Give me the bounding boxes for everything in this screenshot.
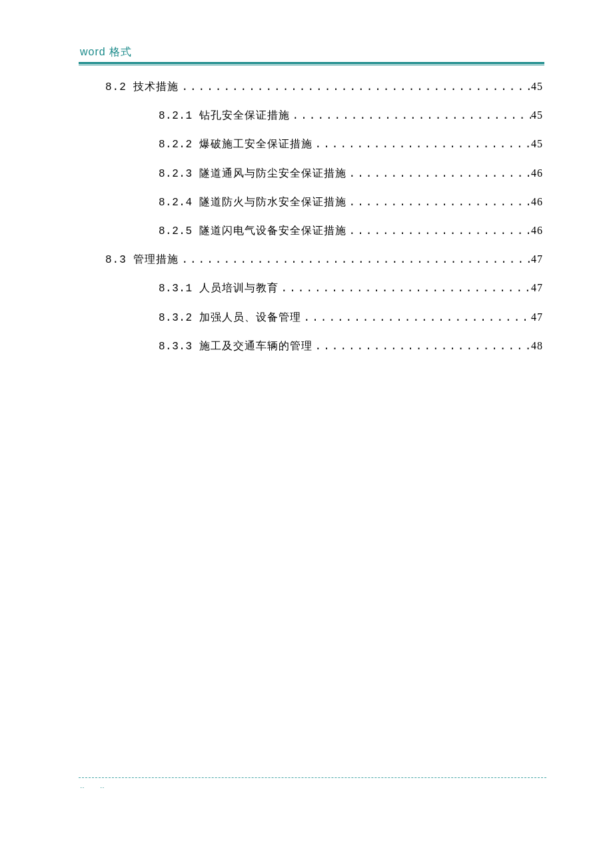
toc-number: 8.2 [105, 81, 133, 94]
toc-number: 8.3.2 [159, 312, 199, 325]
table-of-contents: 8.2 技术措施 ...............................… [80, 80, 543, 353]
toc-title: 钻孔安全保证措施 [199, 109, 290, 121]
toc-number: 8.2.1 [159, 110, 199, 123]
toc-number: 8.3 [105, 254, 133, 267]
document-page: word 格式 8.2 技术措施 .......................… [0, 0, 613, 353]
toc-leader-dots: ........................................… [346, 197, 531, 209]
toc-entry: 8.2.3 隧道通风与防尘安全保证措施 ....................… [80, 167, 543, 181]
toc-number: 8.3.1 [159, 283, 199, 295]
toc-title: 隧道通风与防尘安全保证措施 [199, 167, 346, 179]
toc-page-number: 45 [531, 137, 543, 150]
toc-number: 8.3.3 [159, 341, 199, 353]
toc-entry: 8.2.1 钻孔安全保证措施 .........................… [80, 109, 543, 123]
toc-leader-dots: ........................................… [279, 283, 531, 295]
toc-number: 8.2.2 [159, 139, 199, 151]
toc-number: 8.2.3 [159, 168, 199, 181]
toc-page-number: 46 [531, 224, 543, 237]
toc-title: 技术措施 [133, 80, 179, 93]
header-label: word 格式 [80, 45, 543, 59]
toc-entry: 8.2.4 隧道防火与防水安全保证措施 ....................… [80, 195, 543, 209]
toc-title: 加强人员、设备管理 [199, 311, 301, 323]
toc-entry: 8.2.5 隧道闪电气设备安全保证措施 ....................… [80, 224, 543, 238]
toc-page-number: 45 [531, 109, 543, 121]
toc-page-number: 46 [531, 195, 543, 208]
footer-rule [79, 777, 546, 778]
toc-page-number: 47 [531, 311, 543, 323]
toc-page-number: 47 [531, 281, 543, 294]
toc-page-number: 47 [531, 253, 543, 265]
toc-title: 人员培训与教育 [199, 281, 279, 294]
toc-leader-dots: ........................................… [312, 139, 531, 151]
toc-number: 8.2.4 [159, 197, 199, 209]
toc-leader-dots: ........................................… [290, 110, 531, 123]
toc-leader-dots: ........................................… [301, 312, 531, 325]
footer-marks: ‥ ‥ [80, 782, 546, 789]
toc-entry: 8.3.1 人员培训与教育 ..........................… [80, 281, 543, 295]
toc-entry: 8.2.2 爆破施工安全保证措施 .......................… [80, 137, 543, 151]
toc-title: 隧道防火与防水安全保证措施 [199, 195, 346, 208]
page-footer: ‥ ‥ [79, 777, 546, 789]
toc-entry: 8.3 管理措施 ...............................… [80, 253, 543, 267]
toc-entry: 8.2 技术措施 ...............................… [80, 80, 543, 94]
toc-page-number: 46 [531, 167, 543, 179]
toc-title: 施工及交通车辆的管理 [199, 339, 312, 352]
toc-entry: 8.3.2 加强人员、设备管理 ........................… [80, 311, 543, 325]
toc-entry: 8.3.3 施工及交通车辆的管理 .......................… [80, 339, 543, 353]
toc-page-number: 48 [531, 339, 543, 352]
toc-title: 隧道闪电气设备安全保证措施 [199, 224, 346, 237]
toc-page-number: 45 [531, 80, 543, 93]
toc-title: 爆破施工安全保证措施 [199, 137, 312, 150]
toc-leader-dots: ........................................… [312, 341, 531, 353]
toc-title: 管理措施 [133, 253, 179, 265]
toc-leader-dots: ........................................… [179, 254, 531, 267]
toc-leader-dots: ........................................… [346, 168, 531, 181]
toc-leader-dots: ........................................… [179, 81, 531, 94]
toc-leader-dots: ........................................… [346, 225, 531, 238]
toc-number: 8.2.5 [159, 225, 199, 238]
header-rule [79, 62, 544, 65]
